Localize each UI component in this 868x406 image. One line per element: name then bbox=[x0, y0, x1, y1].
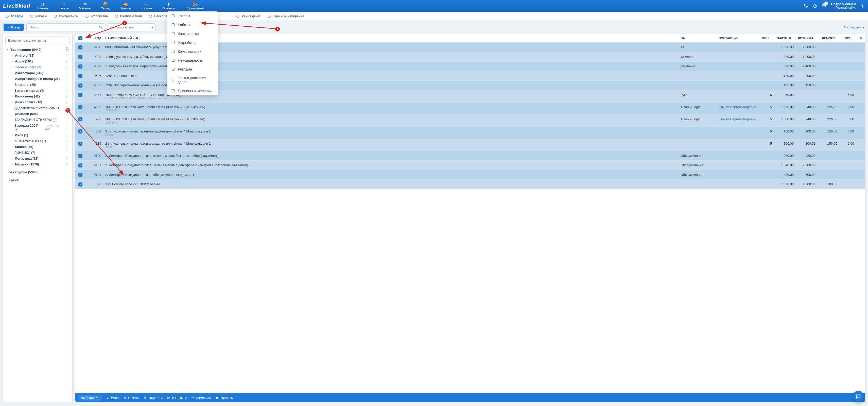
subtab-Работы[interactable]: Работы bbox=[28, 13, 48, 19]
more-icon[interactable]: ⋮ bbox=[65, 118, 69, 121]
nav-Заказы[interactable]: ≡Заказы bbox=[57, 1, 70, 11]
row-checkbox[interactable]: ✓ bbox=[79, 105, 83, 109]
more-icon[interactable]: ⋮ bbox=[65, 156, 69, 161]
tree-item[interactable]: Дидактические материалы (1)⋮ bbox=[5, 105, 70, 111]
table-row[interactable]: ✓3723 in 1 cabele hoco x25 100cm белый1 … bbox=[75, 180, 865, 189]
row-checkbox[interactable]: ✓ bbox=[79, 117, 83, 121]
subtab-жения денег[interactable]: жения денег bbox=[235, 13, 262, 19]
subtab-Комплектации[interactable]: Комплектации bbox=[113, 13, 143, 19]
dropdown-item-Работы[interactable]: Работы bbox=[167, 20, 218, 29]
to-cart-button[interactable]: 🛍В корзину bbox=[167, 396, 187, 400]
more-icon[interactable]: ⋮ bbox=[65, 163, 69, 166]
delete-button[interactable]: 🗑Удалить bbox=[215, 396, 233, 400]
more-icon[interactable]: ⋮ bbox=[65, 71, 69, 75]
dropdown-item-Контрагенты[interactable]: Контрагенты bbox=[167, 29, 218, 38]
dropdown-item-Устройства[interactable]: Устройства bbox=[167, 38, 218, 47]
row-checkbox[interactable]: ✓ bbox=[79, 84, 83, 88]
subtab-Товары[interactable]: Товары bbox=[4, 13, 25, 19]
gift-icon[interactable] bbox=[822, 3, 827, 8]
row-checkbox[interactable]: ✓ bbox=[79, 93, 83, 97]
row-checkbox[interactable]: ✓ bbox=[79, 64, 83, 68]
row-checkbox[interactable]: ✓ bbox=[79, 154, 83, 158]
col-supplier[interactable]: ПОСТАВЩИК bbox=[717, 35, 760, 41]
more-icon[interactable]: ⋮ bbox=[65, 89, 69, 92]
col-code[interactable]: КОД bbox=[86, 35, 103, 41]
dropdown-item-Единицы измерения[interactable]: Единицы измерения bbox=[167, 86, 218, 95]
tree-item[interactable]: ›Колёса (66)⋮ bbox=[5, 144, 70, 150]
user-block[interactable]: Петров Роман Главный офис bbox=[831, 2, 856, 10]
row-checkbox[interactable]: ✓ bbox=[79, 182, 83, 186]
table-row[interactable]: ✓8392 силиконовых чехла переднее/заднее … bbox=[75, 139, 865, 151]
more-icon[interactable]: ⋮ bbox=[65, 145, 69, 149]
more-icon[interactable]: ⋮ bbox=[65, 100, 69, 104]
table-row[interactable]: ✓5082 силиконовых чехла переднее/заднее … bbox=[75, 127, 865, 139]
tree-item[interactable]: ›Иное (1)⋮ bbox=[5, 132, 70, 138]
col-buyprice[interactable]: ЗАКУП. Ц... bbox=[774, 35, 796, 41]
row-checkbox[interactable]: ✓ bbox=[79, 129, 83, 134]
more-icon[interactable]: ⋮ bbox=[65, 151, 69, 154]
select-all-checkbox[interactable]: ✓ bbox=[79, 36, 83, 40]
more-icon[interactable]: ⋮ bbox=[65, 94, 69, 98]
tree-item[interactable]: ›Логистика (11)⋮ bbox=[5, 155, 70, 162]
tree-item[interactable]: ЛИНЕЙКИ (7)⋮ bbox=[5, 150, 70, 155]
table-row[interactable]: ✓91012. Демпфер. Воздушного типа, замена… bbox=[75, 161, 865, 170]
print-button[interactable]: 🖨Печать bbox=[123, 396, 139, 400]
subtab-Единицы измерения[interactable]: Единицы измерения bbox=[266, 13, 306, 19]
row-checkbox[interactable]: ✓ bbox=[79, 55, 83, 59]
device-type-select[interactable] bbox=[107, 23, 156, 31]
help-icon[interactable] bbox=[813, 4, 817, 8]
row-checkbox[interactable]: ✓ bbox=[79, 164, 83, 168]
search-input[interactable] bbox=[26, 23, 105, 31]
group-search-input[interactable] bbox=[5, 36, 70, 45]
tree-nogroup[interactable]: Без группы (5303) bbox=[5, 169, 70, 175]
nav-Справочники[interactable]: 📚Справочники bbox=[184, 1, 206, 11]
more-icon[interactable]: ⋮ bbox=[65, 125, 69, 129]
gear-icon[interactable] bbox=[860, 4, 865, 8]
col-repair[interactable]: РЕМОНТ... bbox=[817, 35, 839, 41]
table-row[interactable]: ✓91022. Демпфер. Воздушного типа, обслуж… bbox=[75, 170, 865, 180]
dropdown-item-Статьи движения денег[interactable]: Статьи движения денег bbox=[167, 74, 218, 86]
tree-archive[interactable]: Архив bbox=[5, 177, 70, 183]
chat-fab[interactable] bbox=[853, 391, 864, 402]
col-min[interactable]: МИН. ... bbox=[760, 35, 774, 41]
more-icon[interactable]: ⋮ bbox=[65, 133, 69, 137]
row-checkbox[interactable]: ✓ bbox=[79, 142, 83, 146]
tree-item[interactable]: ›Дисплеи (594)⋮ bbox=[5, 111, 70, 117]
dropdown-item-Товары[interactable]: Товары bbox=[167, 11, 218, 20]
tree-item[interactable]: Зарплата 100 Р (2)- 22% ,100 руб⋮ bbox=[5, 122, 70, 132]
tree-root[interactable]: ▾ Все позиции (8449) + bbox=[5, 47, 70, 53]
table-settings-icon[interactable]: ⚙ bbox=[856, 35, 865, 41]
dropdown-item-Неисправности[interactable]: Неисправности bbox=[167, 56, 218, 65]
cancel-selection[interactable]: Отмена bbox=[107, 396, 119, 400]
tree-item[interactable]: ›Диагностика (18)⋮ bbox=[5, 99, 70, 105]
dropdown-item-Комплектации[interactable]: Комплектации bbox=[167, 47, 218, 56]
upload-button[interactable]: Загрузить bbox=[844, 25, 864, 29]
tree-item[interactable]: ›Apple (191)⋮ bbox=[5, 58, 70, 64]
tree-item[interactable]: Бумага и картон (3)⋮ bbox=[5, 88, 70, 93]
phone-icon[interactable] bbox=[804, 4, 808, 8]
table-row[interactable]: ✓91002. Демпфер. Воздушного типа, замена… bbox=[75, 151, 865, 161]
tree-item[interactable]: Блокноты (35)⋮ bbox=[5, 82, 70, 88]
nav-Магазин[interactable]: 🛍Магазин bbox=[78, 1, 92, 11]
more-icon[interactable]: ⋮ bbox=[65, 77, 69, 81]
table-row[interactable]: ✓493616GB USB 2.0 Flash Drive SmartBuy V… bbox=[75, 103, 865, 115]
row-checkbox[interactable]: ✓ bbox=[79, 46, 83, 50]
col-group[interactable]: ПА bbox=[679, 35, 717, 41]
more-icon[interactable]: ⋮ bbox=[65, 83, 69, 87]
tree-item[interactable]: ›Магазин (1576)⋮ bbox=[5, 162, 70, 167]
subtab-Устройства[interactable]: Устройства bbox=[84, 13, 109, 19]
nav-Корзина[interactable]: 🛒Корзина bbox=[139, 1, 154, 11]
add-group-icon[interactable]: + bbox=[65, 48, 69, 52]
nav-Прайсы[interactable]: 🚚Прайсы bbox=[118, 1, 132, 11]
add-product-button[interactable]: +Товар bbox=[4, 24, 24, 31]
col-min2[interactable]: МИН... bbox=[839, 35, 856, 41]
col-retail[interactable]: РОЗНИЧН... bbox=[796, 35, 817, 41]
nav-Склад[interactable]: 📦Склад bbox=[99, 1, 111, 11]
more-icon[interactable]: ⋮ bbox=[65, 65, 69, 69]
search-icon[interactable]: 🔍 bbox=[99, 25, 103, 29]
more-icon[interactable]: ⋮ bbox=[65, 59, 69, 63]
edit-button[interactable]: ✏Изменить bbox=[191, 396, 211, 400]
table-row[interactable]: ✓72216GB USB 2.0 Flash Drive SmartBuy V-… bbox=[75, 115, 865, 127]
tree-item[interactable]: ›Android (23)⋮ bbox=[5, 53, 70, 58]
more-icon[interactable]: ⋮ bbox=[65, 54, 69, 57]
